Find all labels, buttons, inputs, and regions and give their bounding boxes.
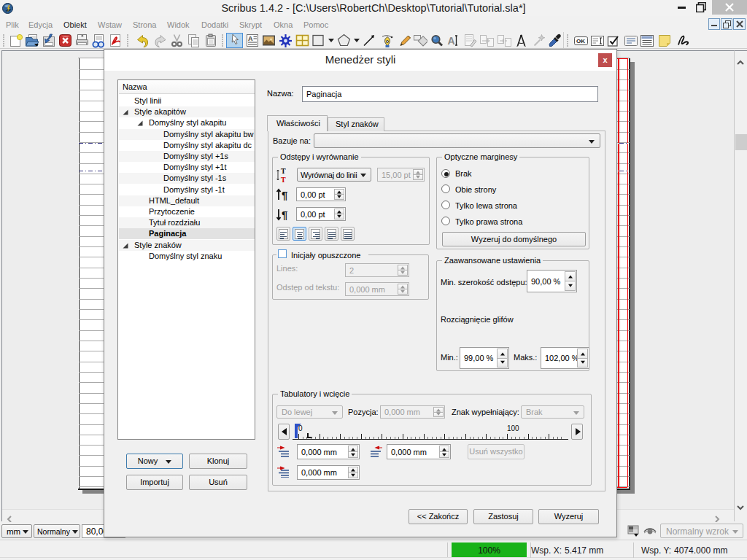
svg-text:¶: ¶ (282, 189, 287, 201)
svg-text:¶: ¶ (282, 209, 287, 221)
svg-text:OK: OK (576, 38, 585, 44)
svg-text:A: A (448, 35, 455, 47)
svg-text:A: A (248, 35, 253, 42)
svg-text:T: T (281, 176, 286, 183)
svg-text:T: T (281, 167, 286, 175)
